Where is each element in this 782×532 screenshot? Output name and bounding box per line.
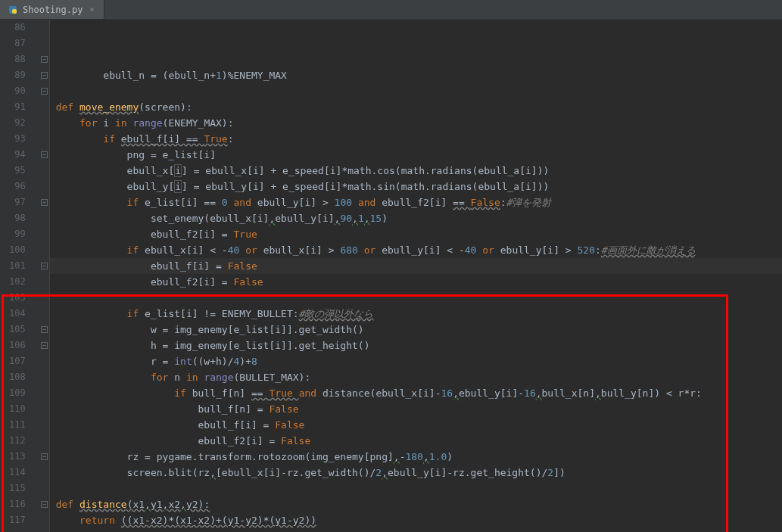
fold-marker[interactable] [39, 83, 49, 99]
fold-marker[interactable] [39, 67, 49, 83]
file-tab[interactable]: Shooting.py × [0, 0, 104, 19]
fold-marker[interactable] [39, 131, 49, 147]
code-line[interactable]: screen.blit(rz,[ebull_x[i]-rz.get_width(… [56, 465, 782, 481]
fold-marker[interactable] [39, 258, 49, 274]
line-number: 117 [9, 512, 26, 528]
line-number: 114 [9, 465, 26, 481]
fold-marker[interactable] [39, 51, 49, 67]
code-line[interactable]: ebull_f[i] = False [56, 258, 782, 274]
code-line[interactable]: if bull_f[n] == True and distance(ebull_… [56, 385, 782, 401]
code-line[interactable]: ebull_y[i] = ebull_y[i] + e_speed[i]*mat… [56, 179, 782, 194]
code-line[interactable]: return ((x1-x2)*(x1-x2)+(y1-y2)*(y1-y2)) [56, 512, 782, 528]
line-number: 106 [9, 338, 26, 353]
line-number: 105 [9, 322, 26, 338]
line-number: 104 [9, 306, 26, 322]
code-line[interactable]: for n in range(BULLET_MAX): [56, 369, 782, 385]
fold-marker[interactable] [39, 179, 49, 194]
code-line[interactable]: ebull_f2[i] = False [56, 274, 782, 290]
svg-rect-1 [12, 9, 17, 14]
code-line[interactable] [56, 83, 782, 99]
line-number: 88 [9, 51, 26, 67]
code-line[interactable] [56, 528, 782, 532]
close-icon[interactable]: × [87, 5, 96, 14]
code-line[interactable]: ebull_n = (ebull_n+1)%ENEMY_MAX [56, 67, 782, 83]
fold-marker[interactable] [39, 338, 49, 353]
fold-marker[interactable] [39, 226, 49, 242]
line-number: 102 [9, 274, 26, 290]
fold-marker[interactable] [39, 512, 49, 528]
line-number: 97 [9, 194, 26, 210]
fold-marker[interactable] [39, 322, 49, 338]
fold-marker[interactable] [39, 417, 49, 433]
fold-marker[interactable] [39, 210, 49, 226]
code-line[interactable]: if e_list[i] != ENEMY_BULLET:#敵の弾以外なら [56, 306, 782, 322]
fold-marker[interactable] [39, 481, 49, 496]
line-number: 108 [9, 369, 26, 385]
fold-marker[interactable] [39, 36, 49, 51]
line-number: 101 [9, 258, 26, 274]
fold-marker[interactable] [39, 433, 49, 449]
fold-marker[interactable] [39, 353, 49, 369]
fold-marker[interactable] [39, 496, 49, 512]
line-number: 115 [9, 481, 26, 496]
fold-column [39, 20, 50, 532]
fold-marker[interactable] [39, 465, 49, 481]
code-line[interactable]: w = img_enemy[e_list[i]].get_width() [56, 322, 782, 338]
fold-marker[interactable] [39, 290, 49, 306]
code-line[interactable]: set_enemy(ebull_x[i],ebull_y[i],90,1,15) [56, 210, 782, 226]
code-line[interactable]: ebull_f2[i] = True [56, 226, 782, 242]
line-number: 107 [9, 353, 26, 369]
line-number: 86 [9, 20, 26, 36]
code-line[interactable]: if e_list[i] == 0 and ebull_y[i] > 100 a… [56, 194, 782, 210]
line-number: 111 [9, 417, 26, 433]
code-line[interactable] [56, 481, 782, 496]
fold-marker[interactable] [39, 115, 49, 131]
code-line[interactable]: def distance(x1,y1,x2,y2): [56, 496, 782, 512]
code-line[interactable]: if ebull_x[i] < -40 or ebull_x[i] > 680 … [56, 242, 782, 258]
line-number: 96 [9, 179, 26, 194]
code-line[interactable]: png = e_list[i] [56, 147, 782, 163]
code-line[interactable]: ebull_f[i] = False [56, 417, 782, 433]
line-number: 90 [9, 83, 26, 99]
code-line[interactable]: bull_f[n] = False [56, 401, 782, 417]
fold-marker[interactable] [39, 99, 49, 115]
fold-marker[interactable] [39, 163, 49, 179]
code-line[interactable]: if ebull_f[i] == True: [56, 131, 782, 147]
line-number: 89 [9, 67, 26, 83]
fold-marker[interactable] [39, 147, 49, 163]
code-line[interactable]: h = img_enemy[e_list[i]].get_height() [56, 338, 782, 353]
line-number: 113 [9, 449, 26, 465]
fold-marker[interactable] [39, 401, 49, 417]
fold-marker[interactable] [39, 20, 49, 36]
code-line[interactable]: rz = pygame.transform.rotozoom(img_enemy… [56, 449, 782, 465]
line-number: 99 [9, 226, 26, 242]
line-number: 100 [9, 242, 26, 258]
line-number: 95 [9, 163, 26, 179]
line-number: 98 [9, 210, 26, 226]
line-number: 109 [9, 385, 26, 401]
code-area[interactable]: ebull_n = (ebull_n+1)%ENEMY_MAXdef move_… [50, 20, 782, 532]
line-number: 93 [9, 131, 26, 147]
fold-marker[interactable] [39, 306, 49, 322]
line-number-gutter: 8687888990919293949596979899100101102103… [0, 20, 39, 532]
fold-marker[interactable] [39, 194, 49, 210]
fold-marker[interactable] [39, 274, 49, 290]
line-number: 91 [9, 99, 26, 115]
fold-marker[interactable] [39, 242, 49, 258]
line-number: 110 [9, 401, 26, 417]
line-number: 94 [9, 147, 26, 163]
line-number: 87 [9, 36, 26, 51]
code-line[interactable]: ebull_f2[i] = False [56, 433, 782, 449]
code-line[interactable]: for i in range(ENEMY_MAX): [56, 115, 782, 131]
fold-marker[interactable] [39, 449, 49, 465]
tab-label: Shooting.py [23, 5, 83, 15]
code-line[interactable]: def move_enemy(screen): [56, 99, 782, 115]
fold-marker[interactable] [39, 369, 49, 385]
code-line[interactable] [56, 290, 782, 306]
fold-marker[interactable] [39, 385, 49, 401]
code-editor[interactable]: 8687888990919293949596979899100101102103… [0, 20, 782, 532]
code-line[interactable]: ebull_x[i] = ebull_x[i] + e_speed[i]*mat… [56, 163, 782, 179]
code-line[interactable]: r = int((w+h)/4)+8 [56, 353, 782, 369]
line-number: 116 [9, 496, 26, 512]
line-number: 103 [9, 290, 26, 306]
